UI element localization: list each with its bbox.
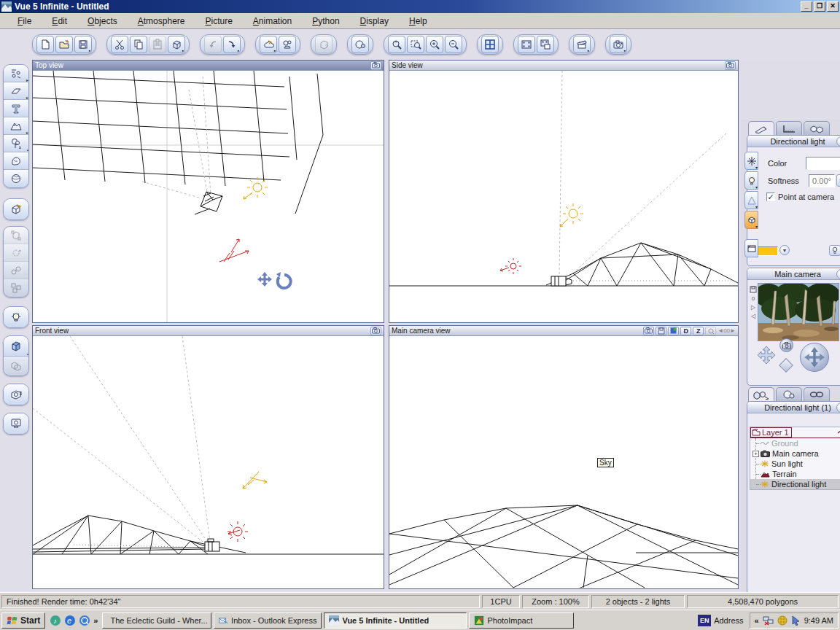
tab-materials[interactable] <box>776 387 802 401</box>
task-outlook-express[interactable]: Inbox - Outlook Express <box>214 612 322 629</box>
collapse-camera-panel-button[interactable]: ▲ <box>836 269 840 279</box>
menu-objects[interactable]: Objects <box>77 14 128 28</box>
copy-button[interactable] <box>130 36 147 53</box>
menu-atmosphere[interactable]: Atmosphere <box>128 14 195 28</box>
display-depth-toggle[interactable]: D <box>680 327 691 335</box>
display-color-toggle[interactable] <box>668 327 679 335</box>
menu-file[interactable]: File <box>7 14 42 28</box>
frame-spinner[interactable]: ◄00► <box>718 327 736 334</box>
pointer-utility-icon[interactable] <box>791 615 801 626</box>
tree-item-main-camera[interactable]: + Main camera <box>750 448 840 459</box>
viewport-front-canvas[interactable] <box>33 336 384 588</box>
camera-trackball[interactable] <box>800 343 829 372</box>
viewport-top-canvas[interactable] <box>33 71 384 322</box>
paste-button[interactable] <box>149 36 166 53</box>
duplicate-button[interactable]: ▪ <box>168 36 185 53</box>
camera-preview-image[interactable] <box>758 283 839 341</box>
viewport-top-header[interactable]: Top view <box>33 61 384 71</box>
collapse-world-browser-button[interactable]: ▲ <box>836 402 840 413</box>
task-eclectic-guild[interactable]: e The Eclectic Guild - Wher... <box>102 612 211 629</box>
point-at-camera-checkbox[interactable]: ✓ <box>766 192 775 201</box>
cut-button[interactable] <box>111 36 128 53</box>
task-vue-infinite[interactable]: Vue 5 Infinite - Untitled <box>324 612 467 629</box>
render-preview-button[interactable] <box>351 36 369 53</box>
zoom-in-button[interactable] <box>426 36 443 53</box>
spot-light-button[interactable]: ▾ <box>744 191 758 209</box>
minimize-button[interactable]: _ <box>801 1 812 12</box>
tab-objects[interactable] <box>748 387 774 402</box>
directional-light-button[interactable]: ▾ <box>744 211 758 229</box>
start-button[interactable]: Start <box>1 612 45 629</box>
quad-view-button[interactable] <box>481 36 499 53</box>
viewport-camera-button[interactable] <box>370 327 381 335</box>
camera-pan-pad[interactable] <box>756 346 777 366</box>
tree-item-directional-light[interactable]: Directional light <box>750 479 840 489</box>
save-animation-button[interactable] <box>537 36 554 53</box>
menu-edit[interactable]: Edit <box>42 14 77 28</box>
viewport-side-canvas[interactable] <box>389 71 738 322</box>
save-preview-icon[interactable] <box>750 286 757 293</box>
smart-drop-button[interactable]: ? <box>315 36 332 53</box>
collapse-light-panel-button[interactable]: ▲ <box>836 136 840 147</box>
update-status-icon[interactable] <box>777 615 788 626</box>
menu-animation[interactable]: Animation <box>243 14 302 28</box>
zoom-rectangle-button[interactable] <box>407 36 424 53</box>
quick-launch-overflow[interactable]: » <box>93 616 98 625</box>
viewport-main-camera-header[interactable]: Main camera view D Z ◄00► <box>389 326 738 336</box>
layer-row[interactable]: Layer 1 <box>750 427 840 438</box>
address-toolbar-label[interactable]: Address <box>714 616 743 625</box>
internet-explorer-icon[interactable]: e <box>64 615 76 626</box>
undo-button[interactable] <box>204 36 222 53</box>
task-photoimpact[interactable]: PhotoImpact <box>469 612 574 629</box>
tray-chevron[interactable]: « <box>755 616 759 625</box>
layer-visibility-eye-icon[interactable] <box>837 429 840 436</box>
layer-box[interactable]: Layer 1 <box>750 427 792 438</box>
animation-setup-button[interactable]: ▪ <box>573 36 591 53</box>
viewport-camera-button[interactable] <box>725 61 736 70</box>
gel-color-swatch[interactable] <box>758 246 778 256</box>
menu-display[interactable]: Display <box>350 14 399 28</box>
viewport-camera-button[interactable] <box>370 61 381 70</box>
sky-object-label[interactable]: Sky <box>597 458 614 467</box>
render-button[interactable]: ▪ <box>610 36 627 53</box>
softness-spinner[interactable]: ▲▼ <box>836 174 840 187</box>
softness-value-field[interactable]: 0.00° <box>809 174 835 187</box>
viewport-main-camera-canvas[interactable]: Sky <box>389 336 738 588</box>
quicktime-icon[interactable] <box>79 615 90 626</box>
tree-item-sun-light[interactable]: Sun light <box>750 459 840 469</box>
tree-item-terrain[interactable]: Terrain <box>750 469 840 479</box>
camera-tilt-button[interactable] <box>779 358 793 373</box>
tab-effects[interactable] <box>804 121 830 135</box>
atmosphere-editor-button[interactable] <box>279 36 296 53</box>
media-player-icon[interactable]: ♪ <box>50 615 61 626</box>
render-animation-button[interactable] <box>518 36 535 53</box>
viewport-camera-button[interactable] <box>643 327 654 335</box>
expand-icon[interactable]: + <box>752 451 759 457</box>
redo-button[interactable]: ▪ <box>223 36 241 53</box>
viewport-front-header[interactable]: Front view <box>33 326 384 336</box>
viewport-save-button[interactable] <box>656 327 666 335</box>
gel-dropdown-button[interactable]: ▼ <box>779 245 790 255</box>
light-gel-button[interactable] <box>829 245 840 256</box>
viewport-lock-button[interactable] <box>705 327 716 335</box>
restore-button[interactable]: ❐ <box>814 1 825 12</box>
reverse-icon[interactable]: ◁ <box>751 313 755 319</box>
network-status-icon[interactable] <box>763 615 774 626</box>
new-file-button[interactable] <box>36 36 54 53</box>
language-indicator[interactable]: EN <box>698 615 711 626</box>
menu-python[interactable]: Python <box>302 14 349 28</box>
zoom-out-button[interactable] <box>445 36 462 53</box>
display-zbuffer-toggle[interactable]: Z <box>693 327 704 335</box>
tree-item-ground[interactable]: Ground <box>750 438 840 448</box>
tab-numerics[interactable] <box>776 121 802 135</box>
load-atmosphere-button[interactable]: ▪ <box>260 36 277 53</box>
tab-links[interactable] <box>804 387 830 401</box>
play-icon[interactable]: ▷ <box>751 304 755 311</box>
tab-aspect[interactable] <box>748 121 774 136</box>
quadratic-light-button[interactable]: ▾ <box>744 152 758 170</box>
viewport-side-header[interactable]: Side view <box>389 61 738 71</box>
light-panel-options-button[interactable] <box>744 239 758 257</box>
menu-help[interactable]: Help <box>399 14 438 28</box>
zoom-pan-button[interactable] <box>388 36 405 53</box>
close-button[interactable]: ✕ <box>827 1 839 12</box>
